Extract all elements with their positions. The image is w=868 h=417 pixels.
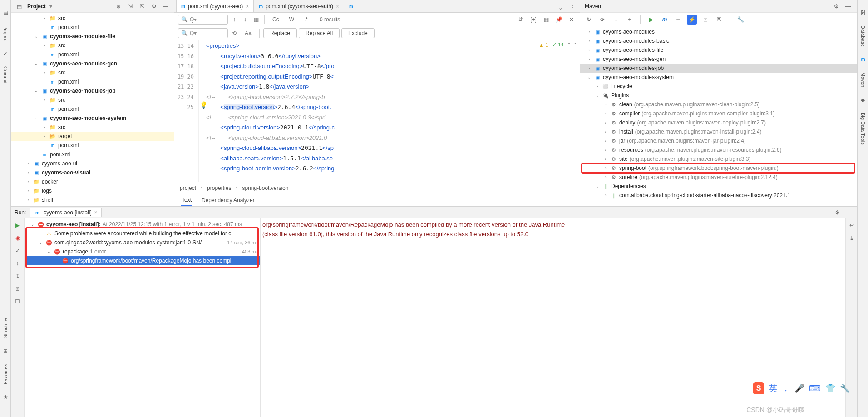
run-hide-icon[interactable]: — — [844, 208, 853, 217]
maven-wrench-icon[interactable]: 🔧 — [735, 15, 745, 25]
maven-tree-item[interactable]: ›▣cyyoms-aeo-modules — [580, 27, 857, 36]
favorites-stripe-label[interactable]: Favorites — [3, 362, 8, 386]
crumb-leaf[interactable]: spring-boot.version — [242, 185, 288, 191]
run-tab[interactable]: m cyyoms-aeo [install] × — [30, 208, 101, 217]
filter-passed-icon[interactable]: ✓ — [13, 246, 22, 255]
ime-keyboard-icon[interactable]: ⌨ — [809, 383, 821, 393]
soft-wrap-icon[interactable]: ↩ — [847, 221, 856, 230]
tabs-dropdown-icon[interactable]: ⌄ — [556, 3, 565, 12]
pin-find-icon[interactable]: 📌 — [554, 15, 563, 24]
project-tool-icon[interactable]: ▤ — [2, 9, 9, 16]
maven-tree-item[interactable]: ›▣cyyoms-aeo-modules-job — [580, 64, 857, 73]
maven-tree-item[interactable]: ›▣cyyoms-aeo-modules-gen — [580, 55, 857, 64]
maven-tree[interactable]: ›▣cyyoms-aeo-modules›▣cyyoms-aeo-modules… — [580, 26, 857, 206]
maven-tree-item[interactable]: ›⚙compiler (org.apache.maven.plugins:mav… — [580, 109, 857, 118]
show-dependencies-icon[interactable]: ⊡ — [700, 15, 710, 25]
tabs-more-icon[interactable]: ⋮ — [568, 3, 577, 12]
download-sources-icon[interactable]: ⤓ — [611, 15, 621, 25]
tab-dependency-analyzer[interactable]: Dependency Analyzer — [201, 195, 256, 205]
maven-hide-icon[interactable]: — — [843, 2, 853, 11]
project-tree-item[interactable]: ⌄▣cyyoms-aeo-modules-job — [11, 86, 174, 95]
maven-tree-item[interactable]: ›⚙clean (org.apache.maven.plugins:maven-… — [580, 100, 857, 109]
run-tree-item[interactable]: ⌄⛔com.qingdao2world:cyyoms-aeo-modules-s… — [25, 238, 260, 247]
intention-bulb-icon[interactable]: 💡 — [200, 101, 207, 109]
collapse-maven-icon[interactable]: ⇱ — [714, 15, 724, 25]
run-tree-item[interactable]: ⚠Some problems were encountered while bu… — [25, 229, 260, 238]
print-icon[interactable]: 🗎 — [13, 284, 22, 293]
run-tree[interactable]: ⌄⛔cyyoms-aeo [install]: At 2022/11/25 12… — [25, 218, 261, 417]
structure-stripe-label[interactable]: Structure — [3, 316, 8, 340]
project-tree-item[interactable]: mpom.xml — [11, 23, 174, 32]
project-tree-item[interactable]: ›📁shell — [11, 195, 174, 204]
add-selection-icon[interactable]: [+] — [529, 15, 538, 24]
project-tree-item[interactable]: ›▣cyyoms-aeo-ui — [11, 159, 174, 168]
editor-tab[interactable]: mpom.xml (cyyoms-aeo-auth)× — [254, 0, 344, 12]
find-input[interactable]: 🔍Q▾ — [178, 15, 228, 25]
commit-tool-icon[interactable]: ✓ — [2, 50, 9, 57]
project-view-icon[interactable]: ▤ — [15, 2, 24, 11]
close-tab-icon[interactable]: × — [336, 3, 339, 10]
settings-icon[interactable]: ⚙ — [149, 2, 158, 11]
stop-icon[interactable]: ◉ — [13, 233, 22, 243]
run-tree-item[interactable]: ⌄⛔cyyoms-aeo [install]: At 2022/11/25 12… — [25, 220, 260, 229]
add-maven-icon[interactable]: ＋ — [625, 15, 635, 25]
project-tree-item[interactable]: ›▣cyyoms-aeo-visual — [11, 168, 174, 177]
maven-tree-item[interactable]: ›▣cyyoms-aeo-modules-file — [580, 45, 857, 55]
project-tree-item[interactable]: ›📁src — [11, 41, 174, 50]
regex-button[interactable]: .* — [300, 15, 312, 25]
swap-icon[interactable]: ⟲ — [230, 29, 239, 38]
project-tree-item[interactable]: mpom.xml — [11, 50, 174, 59]
expand-tree-icon[interactable]: ↕ — [13, 259, 22, 268]
exclude-button[interactable]: Exclude — [341, 28, 375, 38]
crumb-project[interactable]: project — [180, 185, 196, 191]
maven-tree-item[interactable]: ›⚙deploy (org.apache.maven.plugins:maven… — [580, 118, 857, 127]
maven-stripe-label[interactable]: Maven — [860, 70, 866, 89]
project-tree-item[interactable]: ⌄▣cyyoms-aeo-modules-system — [11, 114, 174, 123]
next-match-icon[interactable]: ↓ — [241, 15, 250, 24]
scroll-to-end-icon[interactable]: ↧ — [13, 272, 22, 281]
breadcrumb[interactable]: project› properties› spring-boot.version — [174, 182, 580, 194]
replace-all-button[interactable]: Replace All — [299, 28, 340, 38]
maven-tree-item[interactable]: ›⚙resources (org.apache.maven.plugins:ma… — [580, 145, 857, 154]
hide-panel-icon[interactable]: — — [161, 2, 170, 11]
reload-icon[interactable]: ↻ — [584, 15, 594, 25]
ime-shirt-icon[interactable]: 👕 — [825, 383, 835, 393]
scroll-lock-icon[interactable]: ⤓ — [847, 233, 856, 243]
maven-tree-item[interactable]: ›⚙site (org.apache.maven.plugins:maven-s… — [580, 154, 857, 164]
close-tab-icon[interactable]: × — [246, 3, 249, 10]
project-tree-item[interactable]: ›📁src — [11, 123, 174, 132]
whole-words-button[interactable]: W — [285, 15, 298, 25]
project-tree-item[interactable]: ⌄▣cyyoms-aeo-modules-file — [11, 32, 174, 41]
replace-input[interactable]: 🔍Q▾ — [178, 28, 228, 38]
prev-match-icon[interactable]: ↑ — [230, 15, 239, 24]
bigdata-tool-icon[interactable]: ◆ — [859, 96, 867, 104]
ime-comma-icon[interactable]: ， — [782, 383, 790, 394]
project-tree-item[interactable]: ›📁src — [11, 68, 174, 77]
project-tree-item[interactable]: mpom.xml — [11, 141, 174, 150]
tab-text[interactable]: Text — [181, 195, 192, 206]
database-tool-icon[interactable]: 🗄 — [859, 9, 867, 16]
project-tree-item[interactable]: ›📁src — [11, 95, 174, 104]
maven-tool-icon[interactable]: m — [859, 56, 867, 63]
crumb-properties[interactable]: properties — [207, 185, 231, 191]
project-tree-item[interactable]: mpom.xml — [11, 104, 174, 114]
maven-tree-item[interactable]: ›⚙surefire (org.apache.maven.plugins:mav… — [580, 173, 857, 182]
ime-tool-icon[interactable]: 🔧 — [840, 383, 850, 393]
select-opened-file-icon[interactable]: ⊕ — [114, 2, 123, 11]
preserve-case-icon[interactable]: Aᴀ — [241, 28, 256, 38]
ime-badge[interactable]: S — [753, 382, 764, 394]
project-tree[interactable]: ›📁srcmpom.xml⌄▣cyyoms-aeo-modules-file›📁… — [11, 13, 174, 206]
replace-button[interactable]: Replace — [263, 28, 297, 38]
expand-all-icon[interactable]: ⇲ — [126, 2, 135, 11]
filter-icon[interactable]: ▥ — [252, 15, 261, 24]
close-find-icon[interactable]: ✕ — [567, 15, 576, 24]
maven-settings-icon[interactable]: ⚙ — [832, 2, 841, 11]
bigdata-stripe-label[interactable]: Big Data Tools — [860, 111, 866, 147]
project-tree-item[interactable]: ›📁src — [11, 14, 174, 23]
project-tree-item[interactable]: ›📁logs — [11, 186, 174, 195]
structure-tool-icon[interactable]: ⊞ — [2, 348, 9, 355]
project-tree-item[interactable]: ›📁docker — [11, 177, 174, 186]
maven-tree-item[interactable]: ›⚪Lifecycle — [580, 82, 857, 91]
commit-stripe-label[interactable]: Commit — [3, 65, 8, 85]
project-tree-item[interactable]: mpom.xml — [11, 150, 174, 159]
